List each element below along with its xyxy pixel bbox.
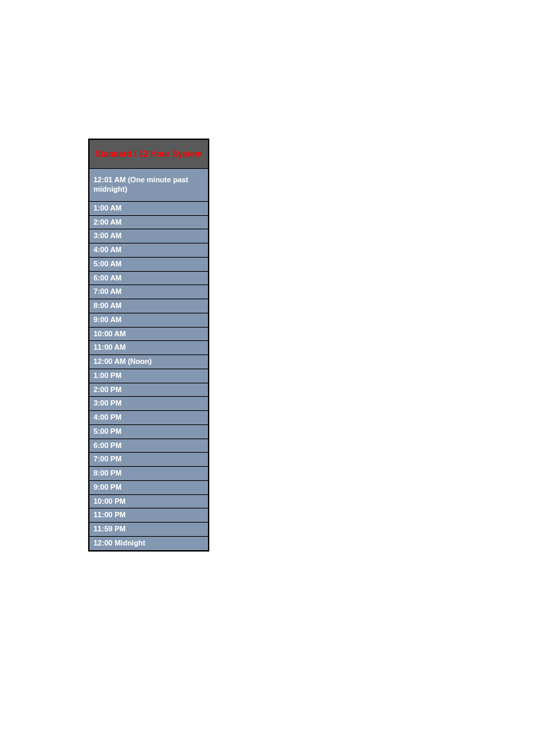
table-row: 2:00 AM <box>90 215 208 229</box>
table-row: 5:00 AM <box>90 257 208 271</box>
table-row: 10:00 PM <box>90 494 208 508</box>
table-row: 7:00 PM <box>90 452 208 466</box>
table-row: 10:00 AM <box>90 327 208 341</box>
table-row: 7:00 AM <box>90 285 208 299</box>
table-header: Standard / 12 Hour System <box>90 140 208 168</box>
table-row: 11:59 PM <box>90 522 208 536</box>
table-row: 2:00 PM <box>90 383 208 397</box>
time-system-table: Standard / 12 Hour System 12:01 AM (One … <box>88 139 209 552</box>
table-row: 9:00 PM <box>90 480 208 494</box>
table-row: 11:00 AM <box>90 340 208 354</box>
table-row: 5:00 PM <box>90 424 208 439</box>
table-row: 6:00 AM <box>90 271 208 285</box>
table-row: 12:00 AM (Noon) <box>90 354 208 369</box>
table-row: 1:00 AM <box>90 201 208 215</box>
table-row: 1:00 PM <box>90 369 208 383</box>
table-row: 11:00 PM <box>90 508 208 522</box>
table-row: 4:00 PM <box>90 410 208 424</box>
table-row: 4:00 AM <box>90 243 208 257</box>
table-row: 9:00 AM <box>90 313 208 327</box>
table-row: 6:00 PM <box>90 439 208 453</box>
table-row: 12:00 Midnight <box>90 536 208 550</box>
table-row: 3:00 AM <box>90 229 208 243</box>
table-row: 8:00 AM <box>90 299 208 313</box>
table-row: 12:01 AM (One minute past midnight) <box>90 168 208 201</box>
table-row: 3:00 PM <box>90 396 208 410</box>
table-row: 8:00 PM <box>90 466 208 480</box>
